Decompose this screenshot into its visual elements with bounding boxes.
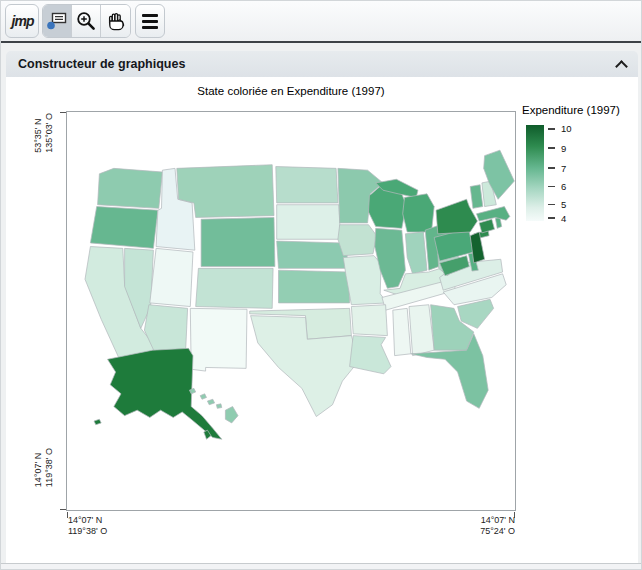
jmp-logo-button[interactable]: jmp [5, 4, 39, 38]
panel-title: Constructeur de graphiques [18, 57, 185, 71]
x-axis-label-left: 14°07' N 119°38' O [68, 515, 107, 537]
zoom-tool-button[interactable] [72, 5, 101, 37]
state-MA[interactable] [477, 207, 510, 222]
y-axis-label-top: 53°35' N 135°03' O [33, 113, 55, 153]
collapse-chevron-icon[interactable] [615, 60, 628, 73]
legend-tick: 4 [548, 217, 566, 219]
annotation-tool-button[interactable] [43, 5, 72, 37]
legend: Expenditure (1997) 1097654 [522, 104, 640, 221]
state-HI-island[interactable] [207, 399, 214, 404]
us-choropleth-map [67, 112, 517, 512]
jmp-logo: jmp [11, 13, 34, 29]
annotation-tool-icon [46, 10, 68, 32]
legend-tick: 7 [548, 167, 566, 169]
menu-button[interactable] [135, 4, 165, 38]
state-AL[interactable] [409, 305, 434, 356]
legend-gradient-bar[interactable] [526, 125, 544, 221]
state-SD[interactable] [277, 205, 341, 240]
y-axis-label-bottom: 14°07' N 119°38' O [33, 448, 55, 487]
legend-tick: 10 [548, 128, 572, 130]
state-HI-island[interactable] [225, 407, 238, 423]
x-axis-label-right: 14°07' N 75°24' O [401, 515, 515, 537]
state-NM[interactable] [190, 308, 247, 371]
toolbar: jmp [1, 1, 641, 41]
state-KS[interactable] [279, 270, 350, 303]
state-AK-island[interactable] [94, 419, 101, 424]
state-HI-island[interactable] [200, 394, 206, 399]
legend-title: Expenditure (1997) [522, 104, 640, 116]
state-LA[interactable] [350, 336, 391, 374]
jmp-graph-builder-window: jmp [0, 0, 642, 570]
state-MI[interactable] [403, 194, 435, 232]
chart-title: State coloriée en Expenditure (1997) [66, 85, 516, 97]
state-IA[interactable] [338, 225, 377, 256]
state-CO[interactable] [196, 268, 273, 308]
legend-tick: 9 [548, 147, 566, 149]
legend-tick: 5 [548, 204, 566, 206]
state-ND[interactable] [276, 167, 338, 203]
state-NE[interactable] [277, 241, 348, 268]
state-WY[interactable] [201, 217, 275, 266]
hand-tool-button[interactable] [101, 5, 130, 37]
legend-tick: 6 [548, 185, 566, 187]
map-plot-area[interactable] [66, 111, 516, 511]
menu-icon [142, 14, 158, 29]
state-NY[interactable] [436, 199, 477, 234]
state-OR[interactable] [90, 207, 157, 249]
state-CT[interactable] [479, 219, 494, 233]
zoom-in-icon [75, 10, 97, 32]
hand-icon [105, 10, 127, 32]
panel-header[interactable]: Constructeur de graphiques [6, 51, 638, 77]
tool-group [42, 4, 131, 38]
state-VT[interactable] [470, 185, 483, 209]
state-AR[interactable] [351, 305, 387, 336]
state-MS[interactable] [393, 308, 411, 355]
state-IN[interactable] [405, 232, 427, 274]
state-UT[interactable] [150, 248, 193, 306]
bottom-strip [1, 564, 641, 570]
state-HI-island[interactable] [216, 404, 221, 409]
state-WA[interactable] [98, 168, 163, 208]
